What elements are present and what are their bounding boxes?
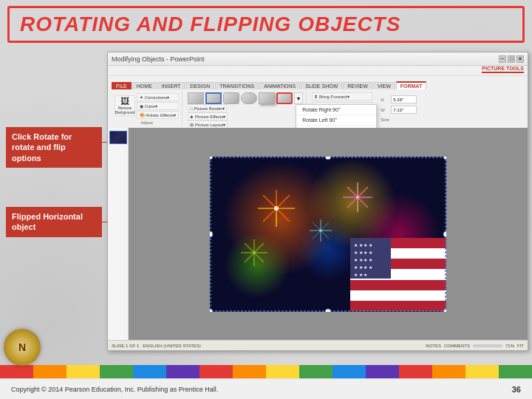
svg-line-30 bbox=[254, 253, 264, 262]
height-input[interactable] bbox=[391, 95, 417, 103]
deco-segment bbox=[33, 365, 66, 378]
tab-review[interactable]: REVIEW bbox=[343, 82, 372, 89]
width-label: W bbox=[381, 108, 389, 112]
svg-text:★ ★ ★ ★: ★ ★ ★ ★ bbox=[354, 265, 372, 270]
svg-line-28 bbox=[254, 243, 264, 253]
svg-text:★ ★ ★ ★: ★ ★ ★ ★ bbox=[354, 243, 372, 248]
deco-segment bbox=[299, 365, 332, 378]
zoom-slider[interactable] bbox=[473, 344, 502, 347]
slide-area: ★ ★ ★ ★ ★ ★ ★ ★ ★ ★ ★ ★ ★ ★ ★ ★ ★ ★ ★ bbox=[108, 128, 528, 340]
deco-segment bbox=[499, 365, 532, 378]
pic-style-5[interactable] bbox=[259, 92, 275, 104]
tab-view[interactable]: VIEW bbox=[373, 82, 395, 89]
decorative-bar bbox=[0, 365, 532, 378]
tab-animations[interactable]: ANIMATIONS bbox=[259, 82, 300, 89]
status-right: NOTES COMMENTS 71% FIT bbox=[426, 344, 524, 348]
deco-segment bbox=[200, 365, 233, 378]
rotate-dropdown: Rotate Right 90° Rotate Left 90° Flip Ve… bbox=[296, 104, 377, 128]
rotate-right-option[interactable]: Rotate Right 90° bbox=[296, 105, 376, 115]
svg-point-8 bbox=[274, 206, 279, 211]
arrange-group: ⬆ Bring Forward▾ ⬇ Send Backward▾ ☰ Sele… bbox=[309, 91, 375, 126]
adjust-label: Adjust bbox=[140, 120, 153, 125]
deco-segment bbox=[166, 365, 200, 378]
rotate-left-option[interactable]: Rotate Left 90° bbox=[296, 115, 376, 126]
picture-layout-button[interactable]: ⊞ Picture Layout▾ bbox=[188, 120, 228, 128]
thumbnail-panel bbox=[108, 128, 129, 340]
flag-canton: ★ ★ ★ ★ ★ ★ ★ ★ ★ ★ ★ ★ ★ ★ ★ ★ ★ ★ ★ bbox=[350, 238, 391, 279]
slide-info: SLIDE 1 OF 1 bbox=[112, 344, 139, 348]
svg-line-5 bbox=[263, 208, 276, 222]
svg-point-35 bbox=[253, 251, 256, 254]
svg-text:★ ★ ★ ★: ★ ★ ★ ★ bbox=[354, 258, 372, 262]
remove-bg-icon: 🖼 bbox=[120, 97, 129, 106]
svg-text:★ ★ ★: ★ ★ ★ bbox=[354, 273, 367, 277]
pic-style-3[interactable] bbox=[223, 92, 239, 104]
close-button[interactable]: ✕ bbox=[516, 55, 524, 63]
svg-line-12 bbox=[358, 197, 368, 208]
deco-segment bbox=[233, 365, 266, 378]
bring-forward-button[interactable]: ⬆ Bring Forward▾ bbox=[312, 92, 372, 100]
size-group: H W Size bbox=[378, 91, 420, 126]
tab-home[interactable]: HOME bbox=[132, 82, 157, 89]
maximize-button[interactable]: □ bbox=[508, 55, 515, 63]
svg-line-16 bbox=[347, 187, 358, 197]
remove-background-button[interactable]: 🖼 Remove Background bbox=[115, 95, 135, 116]
zoom-level: 71% bbox=[505, 344, 514, 348]
tab-slideshow[interactable]: SLIDE SHOW bbox=[301, 82, 342, 89]
size-label: Size bbox=[381, 117, 417, 122]
width-input[interactable] bbox=[391, 106, 417, 114]
flip-vertical-option[interactable]: Flip Vertical bbox=[296, 126, 376, 128]
pic-style-more[interactable]: ▾ bbox=[294, 92, 303, 104]
picture-effects-button[interactable]: ◈ Picture Effects▾ bbox=[188, 112, 228, 120]
svg-point-17 bbox=[356, 196, 359, 199]
svg-line-32 bbox=[245, 253, 254, 262]
svg-line-7 bbox=[263, 195, 276, 208]
window-titlebar: Modifying Objects - PowerPoint ─ □ ✕ bbox=[108, 52, 528, 66]
svg-line-34 bbox=[245, 243, 254, 253]
svg-line-3 bbox=[276, 208, 290, 222]
picture-styles-group: ▾ □ Picture Border▾ ◈ Picture Effects▾ ⊞… bbox=[185, 91, 307, 126]
height-label: H bbox=[381, 98, 389, 102]
svg-line-10 bbox=[358, 187, 368, 197]
artistic-effects-button[interactable]: 🎨 Artistic Effects▾ bbox=[137, 111, 179, 119]
svg-line-23 bbox=[313, 231, 321, 239]
svg-text:★ ★ ★ ★: ★ ★ ★ ★ bbox=[354, 250, 372, 255]
pic-style-6[interactable] bbox=[276, 92, 293, 104]
flag-area: ★ ★ ★ ★ ★ ★ ★ ★ ★ ★ ★ ★ ★ ★ ★ ★ ★ ★ ★ bbox=[350, 238, 446, 312]
tab-transitions[interactable]: TRANSITIONS bbox=[215, 82, 259, 89]
annotation-rotate: Click Rotate for rotate and flip options bbox=[6, 127, 102, 168]
deco-segment bbox=[466, 365, 499, 378]
svg-line-21 bbox=[321, 231, 329, 239]
annotation-flip: Flipped Horizontal object bbox=[6, 207, 102, 237]
comments-button[interactable]: COMMENTS bbox=[444, 344, 470, 348]
main-slide-area[interactable]: ★ ★ ★ ★ ★ ★ ★ ★ ★ ★ ★ ★ ★ ★ ★ ★ ★ ★ ★ bbox=[129, 128, 528, 340]
deco-segment bbox=[100, 365, 133, 378]
powerpoint-window: Modifying Objects - PowerPoint ─ □ ✕ PIC… bbox=[107, 52, 528, 351]
fit-button[interactable]: FIT bbox=[517, 344, 524, 348]
tab-design[interactable]: DESIGN bbox=[185, 82, 214, 89]
tab-file[interactable]: FILE bbox=[112, 82, 132, 89]
minimize-button[interactable]: ─ bbox=[499, 55, 506, 63]
page-number: 36 bbox=[512, 385, 521, 394]
corrections-button[interactable]: ✦ Corrections▾ bbox=[137, 93, 179, 101]
page-title: ROTATING AND FLIPPING OBJECTS bbox=[20, 13, 400, 35]
tab-insert[interactable]: INSERT bbox=[157, 82, 185, 89]
ribbon-content: 🖼 Remove Background ✦ Corrections▾ ◉ Col… bbox=[108, 89, 528, 128]
slide-thumb-1[interactable] bbox=[109, 131, 127, 144]
tab-format[interactable]: FORMAT bbox=[396, 81, 426, 89]
window-controls: ─ □ ✕ bbox=[499, 55, 524, 63]
title-bar: ROTATING AND FLIPPING OBJECTS bbox=[7, 6, 525, 43]
deco-segment bbox=[366, 365, 399, 378]
pic-style-4[interactable] bbox=[241, 92, 257, 104]
deco-segment bbox=[332, 365, 366, 378]
pic-style-2[interactable] bbox=[205, 92, 222, 104]
notes-button[interactable]: NOTES bbox=[426, 344, 441, 348]
picture-border-button[interactable]: □ Picture Border▾ bbox=[188, 104, 227, 112]
deco-segment bbox=[399, 365, 432, 378]
color-button[interactable]: ◉ Color▾ bbox=[137, 102, 179, 110]
svg-line-19 bbox=[321, 222, 329, 231]
deco-segment bbox=[266, 365, 299, 378]
deco-segment bbox=[432, 365, 466, 378]
deco-segment bbox=[66, 365, 100, 378]
pic-style-1[interactable] bbox=[188, 92, 204, 104]
